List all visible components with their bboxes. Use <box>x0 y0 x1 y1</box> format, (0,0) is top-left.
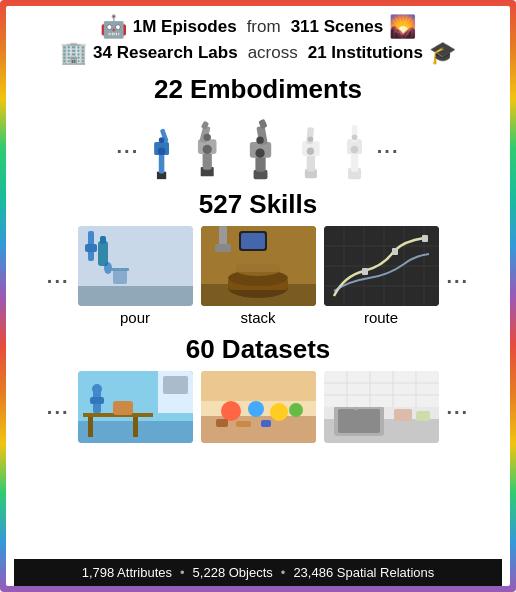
robot-arm-2 <box>184 111 230 181</box>
svg-rect-43 <box>219 226 227 246</box>
svg-rect-37 <box>100 236 106 244</box>
robot-arm-1 <box>143 111 180 181</box>
stats-row-1: 🤖 1M Episodes from 311 Scenes 🌄 <box>14 16 502 38</box>
skill-label-route: route <box>364 309 398 326</box>
svg-rect-61 <box>362 268 368 275</box>
bottom-bar: 1,798 Attributes • 5,228 Objects • 23,48… <box>14 559 502 586</box>
svg-rect-72 <box>113 401 133 415</box>
svg-rect-91 <box>394 409 412 421</box>
svg-rect-70 <box>90 397 104 404</box>
svg-rect-44 <box>215 244 231 252</box>
skill-images-row: ... <box>14 226 502 326</box>
dot-2: • <box>281 565 286 580</box>
svg-rect-35 <box>85 244 97 252</box>
svg-rect-84 <box>201 371 316 401</box>
svg-point-18 <box>256 136 263 143</box>
svg-rect-62 <box>392 248 398 255</box>
svg-rect-40 <box>111 268 129 271</box>
skills-heading: 527 Skills <box>199 189 318 220</box>
across-connector: across <box>248 43 298 63</box>
svg-rect-74 <box>163 376 188 394</box>
skill-item-pour: pour <box>78 226 193 326</box>
svg-point-77 <box>221 401 241 421</box>
svg-rect-68 <box>133 417 138 437</box>
skill-label-pour: pour <box>120 309 150 326</box>
lab-icon: 🏢 <box>60 42 87 64</box>
robot-arm-5 <box>336 111 373 181</box>
left-dots-datasets: ... <box>47 396 70 419</box>
spatial-text: 23,486 Spatial Relations <box>293 565 434 580</box>
svg-rect-83 <box>261 420 271 427</box>
svg-point-25 <box>307 136 313 142</box>
skill-image-stack <box>201 226 316 306</box>
right-dots-datasets: ... <box>447 396 470 419</box>
dataset-image-1 <box>78 371 193 443</box>
right-dots-embodiments: ... <box>377 135 400 158</box>
svg-point-11 <box>204 134 211 141</box>
stats-section: 🤖 1M Episodes from 311 Scenes 🌄 🏢 34 Res… <box>14 16 502 64</box>
svg-point-71 <box>92 384 102 394</box>
svg-point-24 <box>307 148 314 155</box>
robot-icon: 🤖 <box>100 16 127 38</box>
svg-point-38 <box>104 262 112 274</box>
objects-text: 5,228 Objects <box>193 565 273 580</box>
svg-point-17 <box>255 149 264 158</box>
datasets-heading: 60 Datasets <box>186 334 331 365</box>
left-dots-embodiments: ... <box>117 135 140 158</box>
dataset-image-3 <box>324 371 439 443</box>
skills-section: 527 Skills ... <box>14 185 502 326</box>
svg-rect-33 <box>78 286 193 306</box>
labs-count: 34 Research Labs <box>93 43 238 63</box>
svg-rect-82 <box>236 421 251 427</box>
robots-row: ... <box>14 111 502 181</box>
dataset-images-row: ... <box>14 371 502 443</box>
skill-item-route: route <box>324 226 439 326</box>
graduation-icon: 🎓 <box>429 42 456 64</box>
robot-arm-3 <box>235 111 286 181</box>
svg-rect-63 <box>422 235 428 242</box>
skill-label-stack: stack <box>240 309 275 326</box>
svg-point-5 <box>159 137 165 143</box>
rainbow-border: 🤖 1M Episodes from 311 Scenes 🌄 🏢 34 Res… <box>0 0 516 592</box>
svg-point-31 <box>351 135 357 141</box>
attributes-text: 1,798 Attributes <box>82 565 172 580</box>
svg-point-78 <box>248 401 264 417</box>
svg-rect-51 <box>236 264 280 272</box>
svg-rect-21 <box>307 153 315 172</box>
svg-rect-1 <box>159 153 165 173</box>
main-content: 🤖 1M Episodes from 311 Scenes 🌄 🏢 34 Res… <box>6 6 510 586</box>
dataset-image-2 <box>201 371 316 443</box>
svg-point-79 <box>270 403 288 421</box>
episodes-count: 1M Episodes <box>133 17 237 37</box>
skill-image-route <box>324 226 439 306</box>
svg-rect-88 <box>338 409 380 433</box>
svg-rect-93 <box>324 371 439 407</box>
scenes-count: 311 Scenes <box>291 17 384 37</box>
svg-point-4 <box>158 148 165 155</box>
datasets-section: 60 Datasets ... <box>14 330 502 443</box>
svg-rect-81 <box>216 419 228 427</box>
left-dots-skills: ... <box>47 265 70 288</box>
scenes-icon: 🌄 <box>389 16 416 38</box>
svg-point-30 <box>350 146 357 153</box>
stats-row-2: 🏢 34 Research Labs across 21 Institution… <box>14 42 502 64</box>
skill-image-pour <box>78 226 193 306</box>
institutions-count: 21 Institutions <box>308 43 423 63</box>
svg-rect-46 <box>241 233 265 249</box>
svg-rect-67 <box>88 417 93 437</box>
dot-1: • <box>180 565 185 580</box>
svg-rect-36 <box>98 241 108 266</box>
svg-rect-27 <box>350 151 357 171</box>
right-dots-skills: ... <box>447 265 470 288</box>
embodiments-section: 22 Embodiments ... <box>14 70 502 181</box>
skill-item-stack: stack <box>201 226 316 326</box>
svg-point-10 <box>203 145 212 154</box>
from-connector: from <box>247 17 281 37</box>
robot-arm-4 <box>290 111 332 181</box>
svg-point-80 <box>289 403 303 417</box>
embodiments-heading: 22 Embodiments <box>154 74 362 105</box>
svg-rect-92 <box>416 411 430 421</box>
